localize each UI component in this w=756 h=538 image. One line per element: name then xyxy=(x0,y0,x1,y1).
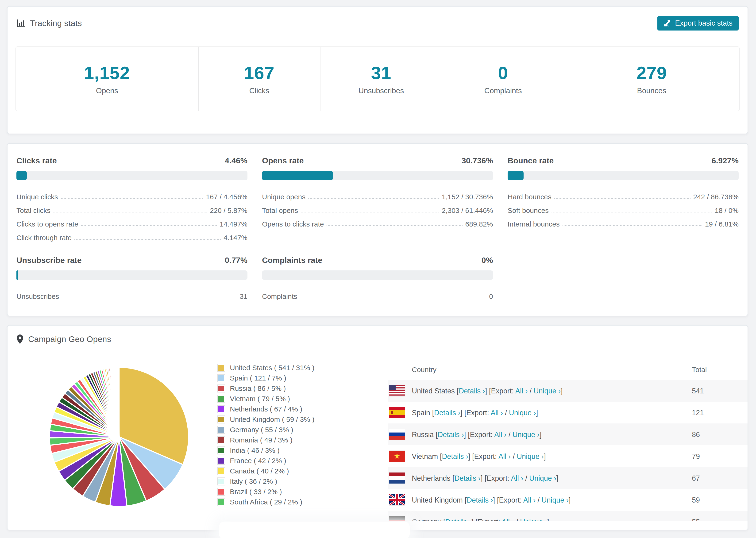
legend-item-france: France ( 42 / 2% ) xyxy=(217,456,314,466)
stat-label: Clicks xyxy=(249,86,269,95)
details-link-nl[interactable]: Details › xyxy=(454,474,481,482)
rate-title-row: Complaints rate0% xyxy=(262,255,493,265)
rate-title: Bounce rate xyxy=(508,156,554,165)
export-all-link-es[interactable]: All › xyxy=(491,408,503,416)
country-cell: Vietnam [Details ›] [Export: All › / Uni… xyxy=(412,452,546,460)
dotted-leader xyxy=(62,297,237,298)
rate-row: Click through rate4.147% xyxy=(17,228,247,242)
legend-label: South Africa ( 29 / 2% ) xyxy=(230,498,302,506)
stat-cell-clicks: 167Clicks xyxy=(199,47,320,111)
rate-row-label: Unique clicks xyxy=(17,193,58,201)
export-button-label: Export basic stats xyxy=(675,19,732,27)
total-cell: 67 xyxy=(692,474,700,482)
rates-card: Clicks rate4.46%Unique clicks167 / 4.456… xyxy=(7,143,748,316)
total-cell: 79 xyxy=(692,452,700,460)
details-link-gb[interactable]: Details › xyxy=(467,496,493,504)
rate-progress-bar xyxy=(508,171,739,180)
stat-cell-bounces: 279Bounces xyxy=(564,47,739,111)
rate-value: 0.77% xyxy=(225,256,247,265)
rate-row-value: 167 / 4.456% xyxy=(206,193,247,201)
export-basic-stats-button[interactable]: Export basic stats xyxy=(657,16,739,30)
rate-title-row: Unsubscribe rate0.77% xyxy=(17,255,247,265)
legend-item-united-kingdom: United Kingdom ( 59 / 3% ) xyxy=(217,414,314,425)
stat-label: Bounces xyxy=(637,86,666,95)
rate-rows: Unsubscribes31 xyxy=(17,287,247,300)
stat-cell-opens: 1,152Opens xyxy=(16,47,199,111)
rate-row: Total clicks220 / 5.87% xyxy=(17,201,247,215)
rate-progress-fill xyxy=(17,171,27,180)
details-link-ru[interactable]: Details › xyxy=(438,430,464,438)
export-unique-link-es[interactable]: Unique › xyxy=(509,408,536,416)
geo-opens-card: Campaign Geo Opens United States ( 541 /… xyxy=(7,325,748,530)
rate-row-value: 4.147% xyxy=(224,234,247,242)
details-link-us[interactable]: Details › xyxy=(459,387,485,395)
legend-label: Vietnam ( 79 / 5% ) xyxy=(230,395,290,403)
table-row-vn: Vietnam [Details ›] [Export: All › / Uni… xyxy=(388,445,748,467)
stat-value: 279 xyxy=(636,63,667,83)
export-all-link-ru[interactable]: All › xyxy=(494,430,507,438)
legend-label: Germany ( 55 / 3% ) xyxy=(230,426,293,434)
rate-row: Total opens2,303 / 61.446% xyxy=(262,201,493,215)
legend-swatch xyxy=(217,385,225,393)
stat-cell-unsubscribes: 31Unsubscribes xyxy=(320,47,442,111)
rate-row-value: 242 / 86.738% xyxy=(693,193,739,201)
legend-swatch xyxy=(217,457,225,465)
export-unique-link-ru[interactable]: Unique › xyxy=(513,430,540,438)
rate-rows: Complaints0 xyxy=(262,287,493,300)
legend-item-brazil: Brazil ( 33 / 2% ) xyxy=(217,487,314,497)
legend-label: India ( 46 / 3% ) xyxy=(230,447,280,455)
legend-label: Russia ( 86 / 5% ) xyxy=(230,385,286,393)
export-all-link-us[interactable]: All › xyxy=(515,387,528,395)
legend-item-netherlands: Netherlands ( 67 / 4% ) xyxy=(217,404,314,414)
column-header-total: Total xyxy=(692,366,707,374)
legend-item-south-africa: South Africa ( 29 / 2% ) xyxy=(217,497,314,507)
rate-row-label: Opens to clicks rate xyxy=(262,220,324,228)
bar-chart-icon xyxy=(17,19,26,28)
rate-row-label: Complaints xyxy=(262,293,297,300)
tracking-stats-header: Tracking stats Export basic stats xyxy=(8,7,747,40)
legend-item-vietnam: Vietnam ( 79 / 5% ) xyxy=(217,394,314,404)
nl-flag-icon xyxy=(389,472,405,484)
rate-section-bounce-rate: Bounce rate6.927%Hard bounces242 / 86.73… xyxy=(508,156,739,242)
export-all-link-vn[interactable]: All › xyxy=(499,452,511,460)
rate-progress-bar xyxy=(17,171,247,180)
rate-rows: Unique clicks167 / 4.456%Total clicks220… xyxy=(17,187,247,242)
export-unique-link-vn[interactable]: Unique › xyxy=(517,452,544,460)
export-all-link-gb[interactable]: All › xyxy=(523,496,536,504)
geo-opens-table: Country Total United States [Details ›] … xyxy=(388,360,748,530)
legend-item-canada: Canada ( 40 / 2% ) xyxy=(217,466,314,476)
export-unique-link-nl[interactable]: Unique › xyxy=(529,474,556,482)
details-link-es[interactable]: Details › xyxy=(434,408,460,416)
rate-row-value: 31 xyxy=(240,293,247,300)
rate-progress-fill xyxy=(508,171,523,180)
export-icon xyxy=(664,19,672,27)
legend-label: United States ( 541 / 31% ) xyxy=(230,364,314,372)
export-all-link-nl[interactable]: All › xyxy=(511,474,523,482)
legend-swatch xyxy=(217,374,225,382)
dotted-leader xyxy=(301,212,439,212)
stat-label: Opens xyxy=(96,86,118,95)
column-header-country: Country xyxy=(412,366,436,374)
table-row-ru: Russia [Details ›] [Export: All › / Uniq… xyxy=(388,423,748,445)
details-link-vn[interactable]: Details › xyxy=(442,452,468,460)
legend-label: United Kingdom ( 59 / 3% ) xyxy=(230,415,314,423)
rate-section-clicks-rate: Clicks rate4.46%Unique clicks167 / 4.456… xyxy=(17,156,247,242)
rate-row: Internal bounces19 / 6.81% xyxy=(508,215,739,228)
dotted-leader xyxy=(563,225,702,226)
legend-swatch xyxy=(217,405,225,413)
pie-legend: United States ( 541 / 31% )Spain ( 121 /… xyxy=(217,363,314,507)
rate-row-label: Click through rate xyxy=(17,234,72,242)
dotted-leader xyxy=(53,212,207,212)
rate-row: Unique clicks167 / 4.456% xyxy=(17,187,247,201)
rate-value: 30.736% xyxy=(461,156,493,165)
legend-swatch xyxy=(217,447,225,455)
export-unique-link-us[interactable]: Unique › xyxy=(534,387,561,395)
rate-row: Complaints0 xyxy=(262,287,493,300)
geo-opens-title: Campaign Geo Opens xyxy=(28,335,111,344)
export-unique-link-gb[interactable]: Unique › xyxy=(542,496,568,504)
rate-rows: Hard bounces242 / 86.738%Soft bounces18 … xyxy=(508,187,739,228)
rate-row: Soft bounces18 / 0% xyxy=(508,201,739,215)
legend-label: Canada ( 40 / 2% ) xyxy=(230,467,289,475)
legend-label: Netherlands ( 67 / 4% ) xyxy=(230,405,302,413)
stats-summary-body: 1,152Opens167Clicks31Unsubscribes0Compla… xyxy=(8,40,747,117)
